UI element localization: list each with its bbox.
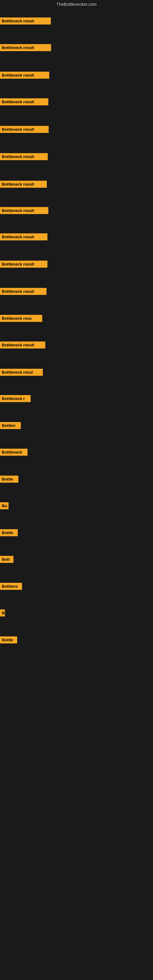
bottleneck-result-item[interactable]: Bottle — [0, 636, 17, 643]
bottleneck-result-item[interactable]: Bott — [0, 556, 13, 563]
bottleneck-result-item[interactable]: Bottleneck result — [0, 72, 49, 79]
bottleneck-result-item[interactable]: B — [0, 609, 5, 616]
bottleneck-result-item[interactable]: Bo — [0, 502, 9, 509]
bottleneck-result-item[interactable]: Bottleneck result — [0, 153, 48, 160]
bottleneck-result-item[interactable]: Bottleneck result — [0, 44, 51, 51]
bottleneck-result-item[interactable]: Bottleneck result — [0, 233, 48, 240]
bottleneck-result-item[interactable]: Bottleneck result — [0, 207, 48, 214]
bottleneck-result-item[interactable]: Bottle — [0, 476, 18, 483]
bottleneck-result-item[interactable]: Bottleneck resu — [0, 315, 42, 322]
bottleneck-result-item[interactable]: Bottleneck result — [0, 261, 48, 268]
bottleneck-result-item[interactable]: Bottleneck resul — [0, 369, 43, 376]
bottleneck-result-item[interactable]: Bottleneck — [0, 449, 27, 456]
bottleneck-result-item[interactable]: Bottleneck result — [0, 18, 51, 24]
bottleneck-result-item[interactable]: Bottlen — [0, 422, 21, 429]
bottleneck-result-item[interactable]: Bottleneck result — [0, 181, 47, 188]
bottleneck-result-item[interactable]: Bottleneck result — [0, 342, 45, 348]
site-title: TheBottlenecker.com — [0, 0, 153, 8]
bottleneck-result-item[interactable]: Bottleneck result — [0, 126, 49, 133]
bottleneck-result-item[interactable]: Bottleneck result — [0, 98, 48, 105]
bottleneck-result-item[interactable]: Bottleneck r — [0, 395, 30, 402]
bottleneck-result-item[interactable]: Bottlens — [0, 583, 22, 590]
bottleneck-result-item[interactable]: Bottleneck result — [0, 288, 46, 295]
bottleneck-result-item[interactable]: Bottle — [0, 529, 18, 536]
